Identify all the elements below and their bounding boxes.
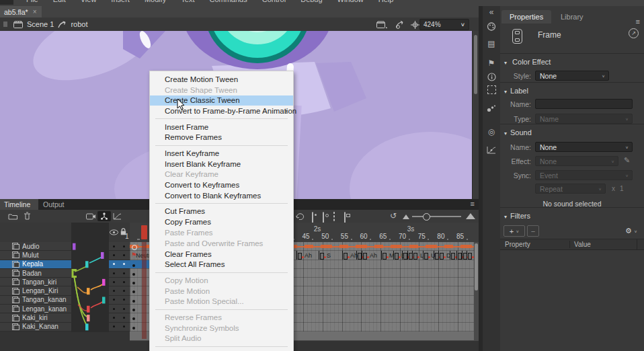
menu-item-create-classic-tween[interactable]: Create Classic Tween <box>150 95 293 106</box>
tab-properties[interactable]: Properties <box>501 10 551 24</box>
keyframe-marker[interactable]: Ah <box>296 251 316 260</box>
layer-lock-toggle[interactable] <box>119 299 129 301</box>
panel-menu-icon[interactable]: ≡ <box>471 200 475 208</box>
style-dropdown[interactable]: None ∨ <box>535 71 609 81</box>
frame-size-slider-knob[interactable] <box>423 213 430 221</box>
tab-library[interactable]: Library <box>553 10 592 24</box>
swatches-panel-icon[interactable]: ▤ <box>483 39 500 48</box>
layer-lock-toggle[interactable] <box>119 325 129 327</box>
stage-vertical-scrollbar[interactable] <box>472 31 479 199</box>
breadcrumb-symbol[interactable]: robot <box>71 20 87 28</box>
document-tab[interactable]: ab5.fla* × <box>0 6 42 17</box>
section-sound[interactable]: ▾Sound <box>504 128 532 136</box>
keyframe-marker[interactable]: Ah <box>362 251 381 260</box>
reset-timeline-zoom-icon[interactable]: ↺ <box>390 211 397 221</box>
panel-menu-icon[interactable]: ≡ <box>636 17 640 26</box>
section-filters[interactable]: ▾Filters <box>504 212 530 220</box>
layer-visibility-toggle[interactable] <box>109 245 119 247</box>
layer-row-badan[interactable]: Badan <box>0 269 130 278</box>
keyframe-marker[interactable]: S <box>319 251 338 260</box>
center-stage-icon[interactable] <box>411 21 419 29</box>
tab-output[interactable]: Output <box>35 199 73 210</box>
add-camera-icon[interactable] <box>86 213 95 220</box>
rotation-tool-icon[interactable] <box>395 21 405 29</box>
zoom-level-dropdown[interactable]: 424% ∨ <box>419 19 469 30</box>
layer-lock-toggle[interactable] <box>119 317 129 319</box>
menu-edit[interactable]: Edit <box>46 0 73 5</box>
menu-item-select-all-frames[interactable]: Select All Frames <box>150 260 293 270</box>
history-panel-icon[interactable] <box>483 146 500 154</box>
layer-row-kepala[interactable]: Kepala <box>0 260 130 269</box>
transform-panel-icon[interactable] <box>483 85 500 96</box>
back-icon[interactable] <box>3 21 8 28</box>
layer-row-kaki_kanan[interactable]: Kaki_Kanan <box>0 323 130 332</box>
menu-insert[interactable]: Insert <box>104 0 137 5</box>
menu-item-convert-to-keyframes[interactable]: Convert to Keyframes <box>150 180 293 190</box>
layer-visibility-toggle[interactable] <box>109 254 119 256</box>
menu-item-convert-to-blank-keyframes[interactable]: Convert to Blank Keyframes <box>150 190 293 201</box>
menu-commands[interactable]: Commands <box>202 0 254 5</box>
layer-row-tangan_kiri[interactable]: Tangan_kiri <box>0 278 130 286</box>
layer-lock-toggle[interactable] <box>119 263 129 265</box>
menu-text[interactable]: Text <box>173 0 202 5</box>
show-parenting-view-icon[interactable] <box>97 211 111 221</box>
breadcrumb-scene[interactable]: Scene 1 <box>27 20 54 28</box>
menu-view[interactable]: View <box>73 0 104 5</box>
layer-row-lengan_kiri[interactable]: Lengan_Kiri <box>0 286 130 295</box>
taller-frames-icon[interactable] <box>466 213 475 219</box>
collapse-panels-icon[interactable]: « <box>483 7 500 17</box>
layer-visibility-toggle[interactable] <box>109 325 119 327</box>
layer-row-kaki_kiri[interactable]: Kaki_kiri <box>0 313 130 322</box>
info-panel-icon[interactable] <box>483 73 500 81</box>
menu-item-cut-frames[interactable]: Cut Frames <box>150 206 293 217</box>
remove-filter-button[interactable]: − <box>527 225 539 237</box>
layer-visibility-toggle[interactable] <box>109 299 119 301</box>
tab-timeline[interactable]: Timeline <box>0 199 38 210</box>
creative-cloud-icon[interactable]: ◎ <box>483 127 500 136</box>
playhead[interactable] <box>141 225 147 239</box>
layer-row-tangan_kanan[interactable]: Tangan_kanan <box>0 296 130 305</box>
close-tab-icon[interactable]: × <box>33 8 37 15</box>
menu-help[interactable]: Help <box>371 0 401 5</box>
label-name-input[interactable] <box>535 99 633 109</box>
menu-item-remove-frames[interactable]: Remove Frames <box>150 132 293 143</box>
menu-window[interactable]: Window <box>330 0 371 5</box>
filter-options-button[interactable]: ⚙∨ <box>621 225 641 237</box>
delete-layer-icon[interactable] <box>24 212 31 220</box>
layer-visibility-toggle[interactable] <box>109 308 119 310</box>
layer-row-mulut[interactable]: Mulut <box>0 251 130 260</box>
layer-lock-toggle[interactable] <box>119 272 129 274</box>
shorter-frames-icon[interactable] <box>403 214 409 219</box>
layer-visibility-toggle[interactable] <box>109 272 119 274</box>
layer-row-lengan_kanan[interactable]: Lengan_kanan <box>0 305 130 313</box>
menu-modify[interactable]: Modify <box>137 0 173 5</box>
layer-visibility-toggle[interactable] <box>109 317 119 319</box>
help-share-icon[interactable]: ↗ <box>629 28 639 38</box>
eye-visibility-icon[interactable] <box>110 229 118 235</box>
layer-lock-toggle[interactable] <box>119 290 129 292</box>
new-folder-icon[interactable] <box>8 212 18 220</box>
menu-control[interactable]: Control <box>255 0 293 5</box>
layer-lock-toggle[interactable] <box>119 254 129 256</box>
layer-visibility-toggle[interactable] <box>109 281 119 283</box>
menu-item-convert-to-frame-by-frame-animation[interactable]: Convert to Frame-by-Frame Animation› <box>150 106 293 116</box>
menu-item-clear-frames[interactable]: Clear Frames <box>150 249 293 260</box>
show-graph-editor-icon[interactable] <box>113 212 122 220</box>
layer-visibility-toggle[interactable] <box>109 263 119 265</box>
menu-item-insert-frame[interactable]: Insert Frame <box>150 122 293 132</box>
loop-range-icon[interactable] <box>296 212 305 220</box>
scrollbar-thumb[interactable] <box>475 243 478 290</box>
app-logo-icon[interactable] <box>0 0 13 5</box>
sound-name-dropdown[interactable]: None∨ <box>535 142 633 152</box>
menu-file[interactable]: File <box>19 0 46 5</box>
add-filter-button[interactable]: +∨ <box>504 225 525 237</box>
layer-lock-toggle[interactable] <box>119 245 129 247</box>
color-panel-icon[interactable] <box>483 22 500 31</box>
layer-lock-toggle[interactable] <box>119 281 129 283</box>
layer-lock-toggle[interactable] <box>119 308 129 310</box>
menu-debug[interactable]: Debug <box>293 0 329 5</box>
timeline-scrollbar[interactable] <box>474 242 479 340</box>
camera-icon[interactable] <box>376 21 387 28</box>
scrollbar-thumb[interactable] <box>474 35 477 94</box>
section-label[interactable]: ▾Label <box>504 87 528 95</box>
